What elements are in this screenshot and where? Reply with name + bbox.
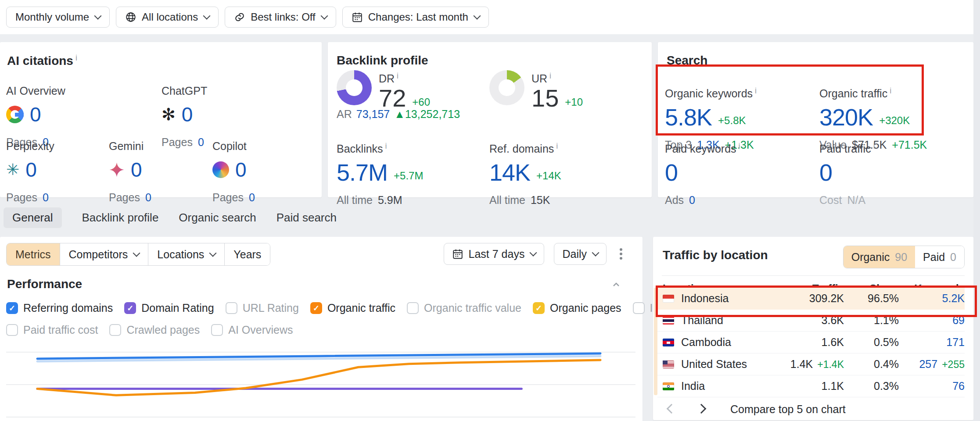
divider [662, 275, 965, 276]
paid-keywords-value-link[interactable]: 0 [665, 160, 678, 185]
tab-general[interactable]: General [4, 207, 62, 228]
keywords-value-link[interactable]: 76 [952, 380, 965, 392]
kh-flag-icon [663, 339, 674, 346]
checkbox-box[interactable]: ✓ [6, 302, 18, 314]
table-row-united-states[interactable]: United States1.4K+1.4K0.4%257+255 [657, 353, 965, 375]
previous-page-button[interactable] [665, 403, 678, 416]
paid-traffic-value-link[interactable]: 0 [819, 160, 832, 185]
info-icon[interactable]: i [873, 142, 875, 150]
filter-button-best-links-off[interactable]: Best links: Off [225, 7, 336, 28]
info-icon[interactable]: i [755, 86, 757, 95]
tab-backlink-profile[interactable]: Backlink profile [82, 207, 159, 228]
toolbar-filter-buttons: Monthly volumeAll locationsBest links: O… [6, 7, 489, 28]
checkbox-box[interactable] [6, 324, 18, 336]
table-row-india[interactable]: India1.1K0.3%76 [657, 375, 965, 397]
chevron-up-icon [611, 279, 621, 290]
metric-value-link[interactable]: 0 [182, 102, 193, 127]
pages-value-link[interactable]: 0 [145, 191, 151, 204]
metric-value-link[interactable]: 0 [30, 102, 41, 127]
info-icon[interactable]: i [890, 86, 891, 95]
info-icon[interactable]: i [549, 71, 551, 80]
share-cell: 96.5% [844, 292, 899, 305]
checkbox-label: Referring domains [23, 302, 113, 314]
pages-value-link[interactable]: 0 [249, 191, 255, 204]
next-page-button[interactable] [695, 403, 707, 416]
checkbox-url-rating[interactable]: URL Rating [226, 302, 299, 314]
metric-label: AI Overview [6, 84, 160, 97]
seg-label: Locations [157, 248, 204, 261]
compare-top5-link[interactable]: Compare top 5 on chart [730, 403, 846, 416]
date-range-button[interactable]: Last 7 days [444, 243, 545, 265]
info-icon[interactable]: i [556, 142, 558, 150]
filter-button-changes-last-month[interactable]: Changes: Last month [342, 7, 489, 28]
toggle-paid[interactable]: Paid 0 [915, 246, 964, 268]
more-options-kebab-icon[interactable] [616, 245, 626, 263]
toggle-organic[interactable]: Organic 90 [844, 246, 915, 268]
ref-domains-value-link[interactable]: 14K [489, 160, 530, 185]
ur-value: 15 [531, 85, 559, 111]
checkbox-organic-pages[interactable]: ✓Organic pages [533, 302, 621, 314]
dr-donut-chart [337, 70, 372, 105]
keywords-value-link[interactable]: 69 [952, 314, 965, 327]
filter-button-monthly-volume[interactable]: Monthly volume [6, 7, 110, 28]
checkbox-organic-traffic-value[interactable]: Organic traffic value [407, 302, 521, 314]
seg-years[interactable]: Years [224, 243, 270, 265]
checkbox-box[interactable] [109, 324, 121, 336]
ar-value-link[interactable]: 73,157 [356, 108, 390, 121]
organic-keywords-value-link[interactable]: 5.8K [665, 104, 712, 130]
info-icon[interactable]: i [397, 71, 398, 80]
keywords-value-link[interactable]: 257 [919, 358, 937, 371]
organic-traffic-value-link[interactable]: 320K [819, 104, 873, 130]
checkbox-crawled-pages[interactable]: Crawled pages [109, 324, 200, 336]
info-icon[interactable]: i [739, 142, 740, 150]
traffic-value: 309.2K [809, 292, 844, 305]
checkbox-box[interactable] [407, 302, 419, 314]
location-name: Thailand [681, 314, 723, 327]
tab-organic-search[interactable]: Organic search [179, 207, 256, 228]
filter-button-all-locations[interactable]: All locations [116, 7, 219, 28]
table-row-indonesia[interactable]: Indonesia309.2K96.5%5.2K [657, 288, 965, 310]
checkbox-box[interactable] [211, 324, 223, 336]
checkbox-organic-traffic[interactable]: ✓Organic traffic [310, 302, 395, 314]
collapse-section-button[interactable] [608, 279, 624, 290]
checkbox-box[interactable] [226, 302, 237, 314]
checkbox-box[interactable] [633, 302, 645, 314]
checkbox-referring-domains[interactable]: ✓Referring domains [6, 302, 113, 314]
checkbox-box[interactable]: ✓ [533, 302, 545, 314]
granularity-button[interactable]: Daily [554, 243, 607, 265]
seg-locations[interactable]: Locations [148, 243, 224, 265]
backlinks-metric: Backlinksi 5.7M+5.7M All time5.9M [337, 139, 490, 207]
checkbox-paid-traffic-cost[interactable]: Paid traffic cost [6, 324, 98, 336]
keywords-value-link[interactable]: 5.2K [942, 292, 965, 305]
table-row-thailand[interactable]: Thailand3.6K1.1%69 [657, 310, 965, 332]
ref-domains-metric: Ref. domainsi 14K+14K All time15K [489, 139, 643, 207]
checkbox-ai-overviews[interactable]: AI Overviews [211, 324, 293, 336]
performance-section-title: Performance [7, 277, 82, 291]
seg-competitors[interactable]: Competitors [60, 243, 148, 265]
info-icon[interactable]: i [75, 54, 77, 62]
traffic-value: 3.6K [822, 314, 844, 327]
share-value: 0.5% [874, 336, 899, 349]
ads-value-link[interactable]: 0 [689, 194, 695, 207]
keywords-value-link[interactable]: 171 [946, 336, 965, 349]
backlinks-value-link[interactable]: 5.7M [337, 160, 388, 185]
tab-paid-search[interactable]: Paid search [276, 207, 337, 228]
checkbox-box[interactable]: ✓ [124, 302, 136, 314]
keywords-cell: 257+255 [899, 358, 965, 371]
scrollbar-track[interactable] [973, 0, 980, 421]
seg-metrics[interactable]: Metrics [7, 243, 60, 265]
metric-value-link[interactable]: 0 [25, 157, 36, 182]
metric-value-link[interactable]: 0 [235, 157, 246, 182]
checkbox-domain-rating[interactable]: ✓Domain Rating [124, 302, 214, 314]
metric-checkbox-row-2: Paid traffic costCrawled pagesAI Overvie… [6, 324, 293, 336]
checkbox-box[interactable]: ✓ [310, 302, 322, 314]
pages-value-link[interactable]: 0 [43, 191, 49, 204]
paid-keywords-metric: Paid keywordsi 0 Ads0 [665, 139, 818, 207]
copilot-icon [212, 161, 229, 178]
table-row-cambodia[interactable]: Cambodia1.6K0.5%171 [657, 332, 965, 353]
location-name: India [681, 380, 705, 392]
location-cell: United States [663, 358, 752, 371]
metric-value-link[interactable]: 0 [131, 157, 142, 182]
location-cell: India [663, 380, 752, 392]
info-icon[interactable]: i [385, 142, 387, 150]
